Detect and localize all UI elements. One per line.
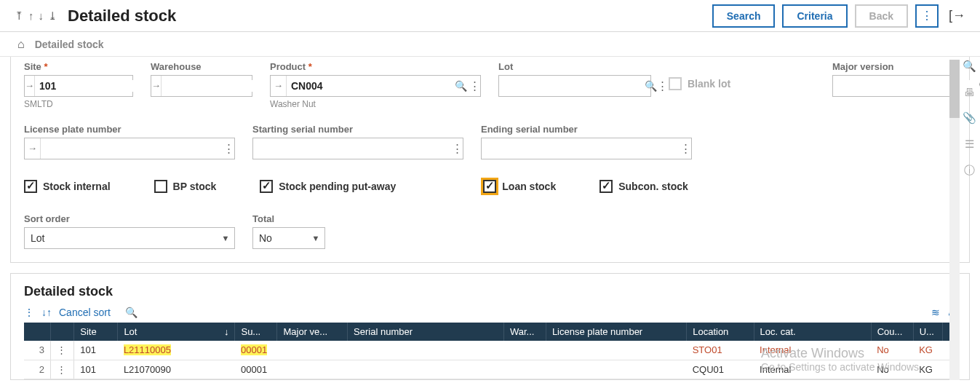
- col-su[interactable]: Su...: [235, 323, 277, 341]
- site-desc: SMLTD: [24, 99, 133, 109]
- back-button[interactable]: Back: [855, 4, 908, 28]
- start-serial-input[interactable]: [253, 143, 451, 154]
- loan-stock-label: Loan stock: [502, 181, 556, 192]
- table-row[interactable]: 2⋮ 101 L21070090 00001 CQU01 Internal No…: [24, 360, 956, 379]
- col-lot[interactable]: Lot↓: [118, 323, 235, 341]
- arrow-up-icon[interactable]: ↑: [28, 9, 34, 23]
- bp-stock-label: BP stock: [173, 181, 217, 192]
- sort-order-label: Sort order: [24, 213, 235, 224]
- product-desc: Washer Nut: [270, 99, 481, 109]
- rail-list-icon[interactable]: ☰: [965, 138, 974, 151]
- cancel-sort-link[interactable]: Cancel sort: [59, 307, 111, 318]
- field-menu-icon[interactable]: ⋮: [657, 79, 668, 92]
- total-label: Total: [252, 213, 325, 224]
- header-menu-button[interactable]: ⋮: [915, 4, 939, 28]
- site-label: Site: [24, 61, 133, 72]
- vertical-scrollbar[interactable]: ▲: [949, 60, 960, 380]
- col-major[interactable]: Major ve...: [277, 323, 348, 341]
- arrow-down-icon[interactable]: ↓: [39, 9, 44, 23]
- field-menu-icon[interactable]: ⋮: [451, 142, 463, 155]
- go-icon[interactable]: →: [25, 76, 35, 96]
- stock-internal-checkbox[interactable]: [24, 180, 37, 193]
- stock-internal-label: Stock internal: [43, 181, 111, 192]
- table-row[interactable]: 3⋮ 101 L21110005 00001 STO01 Internal No…: [24, 341, 956, 360]
- lpn-input[interactable]: [41, 143, 223, 154]
- go-icon[interactable]: →: [151, 76, 162, 96]
- layers-icon[interactable]: ≋: [931, 307, 940, 318]
- col-serial[interactable]: Serial number: [348, 323, 504, 341]
- rail-info-icon[interactable]: ⓘ: [964, 164, 975, 178]
- col-lpn[interactable]: License plate number: [546, 323, 686, 341]
- sort-icon[interactable]: ↓↑: [41, 307, 52, 318]
- blank-lot-checkbox: [669, 77, 682, 90]
- rail-attach-icon[interactable]: 📎: [963, 111, 976, 125]
- grid-menu-icon[interactable]: ⋮: [24, 307, 34, 318]
- stock-pending-label: Stock pending put-away: [279, 181, 396, 192]
- lpn-label: License plate number: [24, 124, 235, 135]
- subcon-stock-checkbox[interactable]: [599, 180, 613, 193]
- col-cou[interactable]: Cou...: [871, 323, 913, 341]
- field-menu-icon[interactable]: ⋮: [469, 79, 480, 92]
- col-loccat[interactable]: Loc. cat.: [754, 323, 871, 341]
- arrow-bottom-icon[interactable]: ⤓: [48, 9, 57, 23]
- start-serial-label: Starting serial number: [252, 124, 463, 135]
- col-location[interactable]: Location: [687, 323, 754, 341]
- search-button[interactable]: Search: [712, 4, 776, 28]
- total-select[interactable]: No▼: [252, 227, 325, 249]
- blank-lot-label: Blank lot: [688, 78, 730, 90]
- home-icon[interactable]: ⌂: [17, 38, 25, 51]
- col-site[interactable]: Site: [74, 323, 118, 341]
- exit-icon[interactable]: [→: [949, 8, 965, 23]
- major-version-label: Major version: [832, 61, 956, 72]
- bp-stock-checkbox[interactable]: [154, 180, 167, 193]
- rail-search-icon[interactable]: 🔍: [963, 60, 976, 73]
- field-menu-icon[interactable]: ⋮: [680, 142, 691, 155]
- subcon-stock-label: Subcon. stock: [618, 181, 688, 192]
- end-serial-label: Ending serial number: [481, 124, 692, 135]
- product-label: Product: [270, 61, 481, 72]
- loan-stock-checkbox[interactable]: [483, 180, 496, 193]
- go-icon[interactable]: →: [25, 138, 41, 159]
- warehouse-label: Warehouse: [151, 61, 252, 72]
- lot-input[interactable]: [499, 80, 645, 92]
- end-serial-input[interactable]: [482, 143, 680, 154]
- breadcrumb: Detailed stock: [35, 39, 104, 50]
- sort-order-select[interactable]: Lot▼: [24, 227, 235, 249]
- rail-print-icon[interactable]: 🖶: [964, 86, 975, 98]
- go-icon[interactable]: →: [271, 76, 287, 96]
- field-menu-icon[interactable]: ⋮: [223, 142, 234, 155]
- arrow-top-icon[interactable]: ⤒: [15, 9, 24, 23]
- lot-label: Lot: [498, 61, 651, 72]
- results-title: Detailed stock: [24, 284, 956, 299]
- product-input[interactable]: [287, 80, 453, 92]
- col-war[interactable]: War...: [503, 323, 546, 341]
- search-icon[interactable]: 🔍: [645, 80, 657, 92]
- stock-pending-checkbox[interactable]: [260, 180, 273, 193]
- grid-search-icon[interactable]: 🔍: [125, 307, 138, 318]
- criteria-button[interactable]: Criteria: [782, 4, 847, 28]
- page-title: Detailed stock: [68, 7, 176, 25]
- col-u[interactable]: U...: [913, 323, 942, 341]
- search-icon[interactable]: 🔍: [453, 80, 469, 92]
